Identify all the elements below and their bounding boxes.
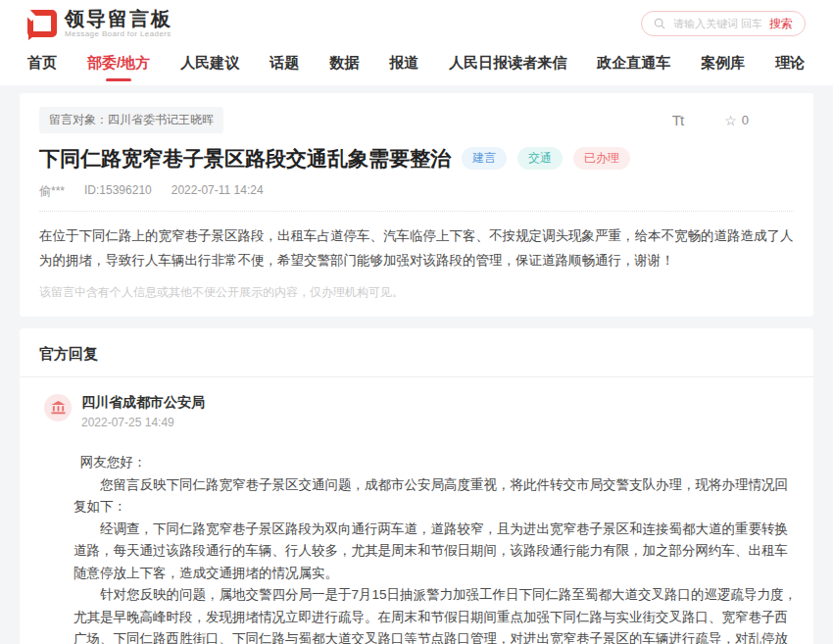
reply-section-title: 官方回复	[20, 328, 813, 376]
message-date: 2022-07-11 14:24	[172, 183, 264, 200]
message-target-badge: 留言对象：四川省委书记王晓晖	[39, 107, 223, 133]
nav-ministries-local[interactable]: 部委/地方	[87, 54, 150, 73]
logo-subtitle: Message Board for Leaders	[65, 29, 172, 38]
tag-suggestion: 建言	[462, 147, 507, 170]
logo-title: 领导留言板	[65, 9, 172, 29]
logo-text: 领导留言板 Message Board for Leaders	[65, 9, 172, 38]
message-actions: Tt ☆ 0	[672, 112, 749, 128]
nav-reports[interactable]: 报道	[389, 54, 418, 73]
nav-people-suggestions[interactable]: 人民建议	[180, 54, 239, 73]
favorite-count: 0	[742, 113, 749, 127]
agency-info: 四川省成都市公安局 2022-07-25 14:49	[81, 394, 205, 429]
star-icon: ☆	[724, 113, 737, 128]
reply-body: 网友您好： 您留言反映下同仁路宽窄巷子景区交通问题，成都市公安局高度重视，将此件…	[20, 429, 813, 644]
tag-handled-status: 已办理	[573, 147, 630, 170]
main-content: 留言对象：四川省委书记王晓晖 Tt ☆ 0 下同仁路宽窄巷子景区路段交通乱象需要…	[0, 93, 833, 644]
privacy-note: 该留言中含有个人信息或其他不便公开展示的内容，仅办理机构可见。	[39, 284, 794, 301]
reply-paragraph: 网友您好：	[74, 452, 798, 474]
search-input[interactable]	[671, 17, 763, 30]
official-reply-card: 官方回复 四川省成都市公安局 2022-07-25 14:49 网友您好： 您留…	[20, 328, 813, 644]
favorite-button[interactable]: ☆ 0	[724, 113, 749, 128]
nav-gov-enterprise[interactable]: 政企直通车	[597, 54, 670, 73]
site-logo[interactable]: 领导留言板 Message Board for Leaders	[27, 9, 172, 38]
nav-home[interactable]: 首页	[27, 54, 57, 73]
reply-paragraph: 经调查，下同仁路宽窄巷子景区路段为双向通行两车道，道路较窄，且为进出宽窄巷子景区…	[74, 519, 798, 585]
logo-icon	[27, 10, 57, 37]
message-title: 下同仁路宽窄巷子景区路段交通乱象需要整治	[39, 146, 451, 171]
search-icon	[654, 18, 665, 29]
reply-date: 2022-07-25 14:49	[81, 416, 205, 429]
message-author: 偷***	[39, 183, 65, 200]
message-title-row: 下同仁路宽窄巷子景区路段交通乱象需要整治 建言 交通 已办理	[39, 146, 794, 171]
search-box[interactable]: 搜索	[641, 11, 806, 36]
top-row: 领导留言板 Message Board for Leaders 搜索	[27, 0, 806, 41]
reply-paragraph: 您留言反映下同仁路宽窄巷子景区交通问题，成都市公安局高度重视，将此件转交市局交警…	[74, 474, 798, 519]
nav-readers-letters[interactable]: 人民日报读者来信	[449, 54, 566, 73]
agency-row: 四川省成都市公安局 2022-07-25 14:49	[20, 377, 813, 429]
government-building-icon	[51, 401, 66, 415]
tag-traffic: 交通	[517, 147, 563, 170]
agency-name: 四川省成都市公安局	[81, 394, 205, 412]
message-card: 留言对象：四川省委书记王晓晖 Tt ☆ 0 下同仁路宽窄巷子景区路段交通乱象需要…	[20, 93, 813, 317]
site-header: 领导留言板 Message Board for Leaders 搜索 首页 部委…	[0, 0, 833, 85]
nav-topics[interactable]: 话题	[270, 54, 299, 73]
agency-avatar	[44, 394, 72, 421]
message-id: ID:15396210	[84, 183, 152, 200]
message-meta: 偷*** ID:15396210 2022-07-11 14:24	[39, 183, 794, 212]
nav-case-library[interactable]: 案例库	[701, 54, 745, 73]
reply-paragraph: 针对您反映的问题，属地交警四分局一是于7月15日抽派警力加强工作日下同仁路至蜀都…	[74, 584, 798, 644]
nav-theory[interactable]: 理论	[775, 54, 805, 73]
message-card-top: 留言对象：四川省委书记王晓晖 Tt ☆ 0	[39, 107, 794, 133]
search-button[interactable]: 搜索	[769, 16, 793, 32]
main-nav: 首页 部委/地方 人民建议 话题 数据 报道 人民日报读者来信 政企直通车 案例…	[27, 41, 806, 85]
message-body: 在位于下同仁路上的宽窄巷子景区路段，出租车占道停车、汽车临停上下客、不按规定调头…	[39, 224, 794, 273]
nav-data[interactable]: 数据	[329, 54, 359, 73]
font-size-icon[interactable]: Tt	[672, 112, 683, 128]
